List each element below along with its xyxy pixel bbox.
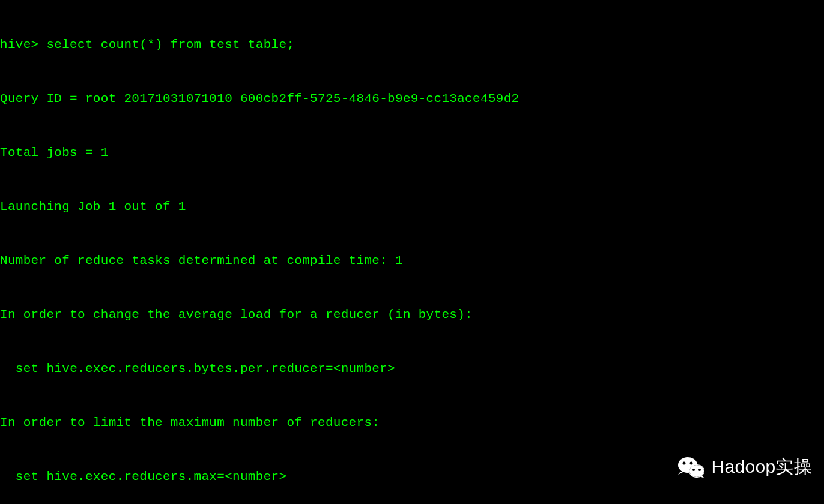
terminal-line: Total jobs = 1 bbox=[0, 144, 824, 162]
terminal-line: Launching Job 1 out of 1 bbox=[0, 198, 824, 216]
svg-point-6 bbox=[692, 469, 695, 471]
wechat-icon bbox=[677, 455, 706, 479]
terminal-line: hive> select count(*) from test_table; bbox=[0, 36, 824, 54]
terminal-line: set hive.exec.reducers.bytes.per.reducer… bbox=[0, 360, 824, 378]
terminal-line: Number of reduce tasks determined at com… bbox=[0, 252, 824, 270]
terminal-output[interactable]: hive> select count(*) from test_table; Q… bbox=[0, 0, 824, 504]
svg-point-4 bbox=[682, 461, 685, 464]
svg-point-7 bbox=[698, 469, 701, 471]
svg-point-3 bbox=[689, 465, 704, 477]
terminal-line: In order to change the average load for … bbox=[0, 306, 824, 324]
svg-point-5 bbox=[689, 461, 692, 464]
terminal-line: In order to limit the maximum number of … bbox=[0, 414, 824, 432]
watermark: Hadoop实操 bbox=[677, 454, 813, 480]
terminal-line: Query ID = root_20171031071010_600cb2ff-… bbox=[0, 90, 824, 108]
watermark-text: Hadoop实操 bbox=[712, 454, 813, 480]
